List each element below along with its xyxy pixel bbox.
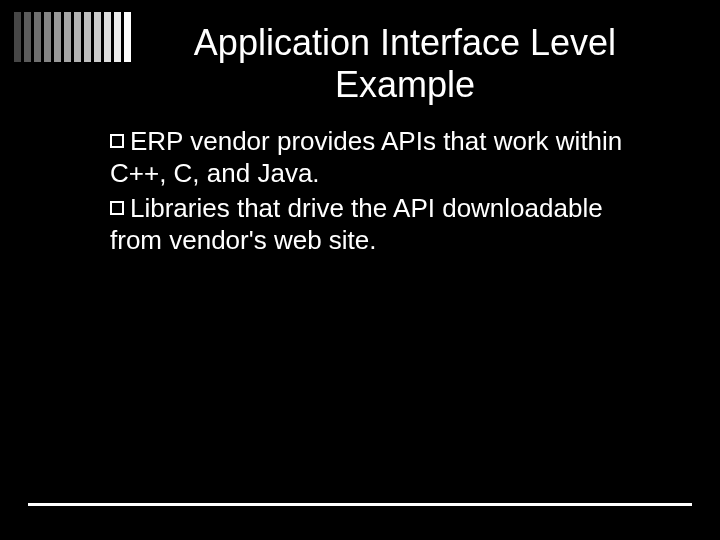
bullet-icon (110, 134, 124, 148)
bullet-icon (110, 201, 124, 215)
bullet-text: Libraries that drive the API downloadabl… (110, 193, 603, 255)
bullet-item: Libraries that drive the API downloadabl… (110, 193, 660, 256)
corner-bars-icon (14, 12, 131, 62)
slide-title: Application Interface Level Example (150, 22, 660, 107)
slide: Application Interface Level Example ERP … (0, 0, 720, 540)
bullet-item: ERP vendor provides APIs that work withi… (110, 126, 660, 189)
divider (28, 503, 692, 506)
bullet-text: ERP vendor provides APIs that work withi… (110, 126, 622, 188)
slide-body: ERP vendor provides APIs that work withi… (110, 126, 660, 261)
